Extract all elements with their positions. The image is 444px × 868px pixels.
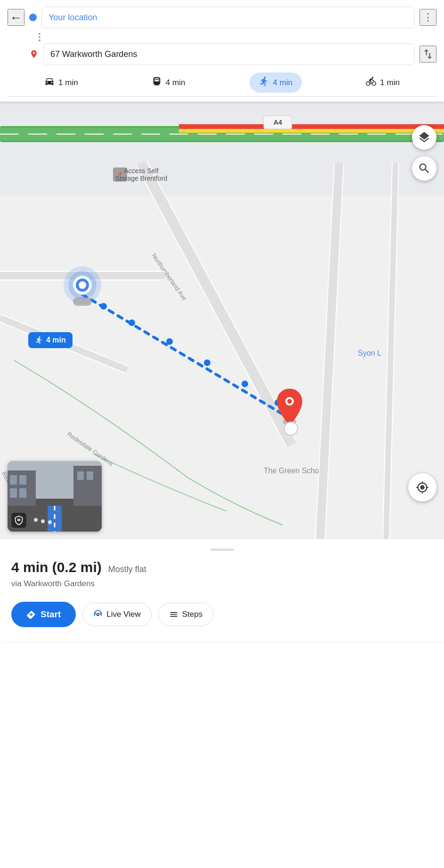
svg-text:Syon L: Syon L bbox=[358, 349, 381, 357]
origin-dot-icon bbox=[29, 14, 37, 21]
route-terrain: Mostly flat bbox=[108, 565, 146, 574]
live-view-label: Live View bbox=[106, 610, 140, 619]
walk-icon bbox=[259, 76, 269, 89]
transport-car[interactable]: 1 min bbox=[35, 72, 88, 93]
transport-bar: 1 min 4 min 4 min 1 min bbox=[8, 68, 436, 97]
more-icon: ⋮ bbox=[423, 11, 434, 24]
start-label: Start bbox=[40, 609, 61, 620]
bike-icon bbox=[366, 76, 376, 89]
street-view-3d-icon bbox=[11, 513, 26, 528]
svg-text:Storage Brentford: Storage Brentford bbox=[115, 175, 168, 182]
svg-rect-53 bbox=[77, 471, 84, 480]
svg-point-58 bbox=[34, 518, 38, 522]
svg-rect-49 bbox=[19, 475, 26, 485]
connector-area bbox=[34, 31, 436, 43]
svg-point-33 bbox=[204, 359, 210, 366]
svg-rect-54 bbox=[87, 471, 93, 480]
layers-icon bbox=[418, 131, 431, 144]
svg-point-40 bbox=[79, 281, 86, 289]
steps-icon bbox=[169, 610, 178, 619]
svg-rect-41 bbox=[73, 297, 92, 306]
svg-point-60 bbox=[48, 520, 52, 524]
destination-row bbox=[8, 43, 436, 65]
svg-point-59 bbox=[41, 519, 45, 523]
svg-point-61 bbox=[97, 613, 99, 616]
route-summary: 4 min (0.2 mi) Mostly flat bbox=[11, 559, 433, 575]
svg-rect-51 bbox=[19, 488, 26, 498]
action-buttons: Start Live View Steps bbox=[11, 602, 433, 627]
svg-rect-7 bbox=[179, 129, 444, 133]
swap-icon bbox=[421, 48, 435, 61]
live-view-button[interactable]: Live View bbox=[82, 603, 151, 626]
my-location-button[interactable] bbox=[408, 473, 436, 502]
svg-text:Access Self: Access Self bbox=[124, 167, 158, 175]
svg-point-45 bbox=[284, 422, 298, 435]
map-search-button[interactable] bbox=[412, 156, 436, 181]
car-icon bbox=[44, 76, 55, 89]
origin-input[interactable] bbox=[41, 7, 415, 28]
back-button[interactable]: ← bbox=[8, 9, 24, 26]
bottom-panel: 4 min (0.2 mi) Mostly flat via Warkworth… bbox=[0, 539, 444, 641]
layers-button[interactable] bbox=[412, 125, 436, 150]
header: ← ⋮ bbox=[0, 0, 444, 102]
walk-time-label: 4 min bbox=[28, 332, 73, 348]
my-location-icon bbox=[416, 481, 429, 494]
walk-label-text: 4 min bbox=[46, 336, 66, 344]
destination-pin-icon bbox=[29, 49, 39, 59]
more-button[interactable]: ⋮ bbox=[420, 9, 436, 26]
drag-handle[interactable] bbox=[210, 549, 234, 551]
back-icon: ← bbox=[10, 10, 22, 25]
start-nav-icon bbox=[26, 610, 36, 619]
svg-point-32 bbox=[166, 338, 173, 345]
dest-spacer bbox=[8, 46, 24, 63]
transport-car-label: 1 min bbox=[58, 78, 78, 88]
transport-walk-label: 4 min bbox=[273, 78, 293, 88]
street-view-thumbnail[interactable] bbox=[8, 461, 102, 532]
route-via: via Warkworth Gardens bbox=[11, 579, 433, 589]
train-icon bbox=[152, 76, 162, 89]
svg-rect-48 bbox=[10, 475, 17, 485]
live-view-icon bbox=[93, 610, 103, 619]
steps-button[interactable]: Steps bbox=[158, 603, 213, 626]
route-time: 4 min (0.2 mi) bbox=[11, 559, 102, 575]
svg-text:The Green Scho: The Green Scho bbox=[264, 467, 319, 475]
transport-walk[interactable]: 4 min bbox=[250, 72, 302, 93]
transport-train-label: 4 min bbox=[166, 78, 186, 88]
swap-button[interactable] bbox=[420, 46, 436, 63]
destination-input[interactable] bbox=[43, 43, 415, 65]
map-container[interactable]: A4 Northumberland Ave Redesdale Gardens … bbox=[0, 102, 444, 539]
street-view-image bbox=[8, 461, 102, 532]
map-search-icon bbox=[418, 162, 431, 175]
origin-row: ← ⋮ bbox=[8, 7, 436, 28]
svg-point-30 bbox=[100, 303, 107, 310]
svg-text:A4: A4 bbox=[274, 119, 282, 126]
svg-point-34 bbox=[242, 381, 248, 387]
svg-rect-6 bbox=[179, 124, 444, 129]
steps-label: Steps bbox=[182, 610, 202, 619]
transport-train[interactable]: 4 min bbox=[142, 72, 195, 93]
start-button[interactable]: Start bbox=[11, 602, 76, 627]
svg-point-31 bbox=[129, 319, 135, 326]
svg-rect-50 bbox=[10, 488, 17, 498]
svg-point-44 bbox=[287, 399, 292, 404]
transport-bike-label: 1 min bbox=[380, 78, 400, 88]
transport-bike[interactable]: 1 min bbox=[356, 72, 409, 93]
connector-dots bbox=[39, 31, 40, 43]
walk-label-icon bbox=[35, 336, 43, 344]
